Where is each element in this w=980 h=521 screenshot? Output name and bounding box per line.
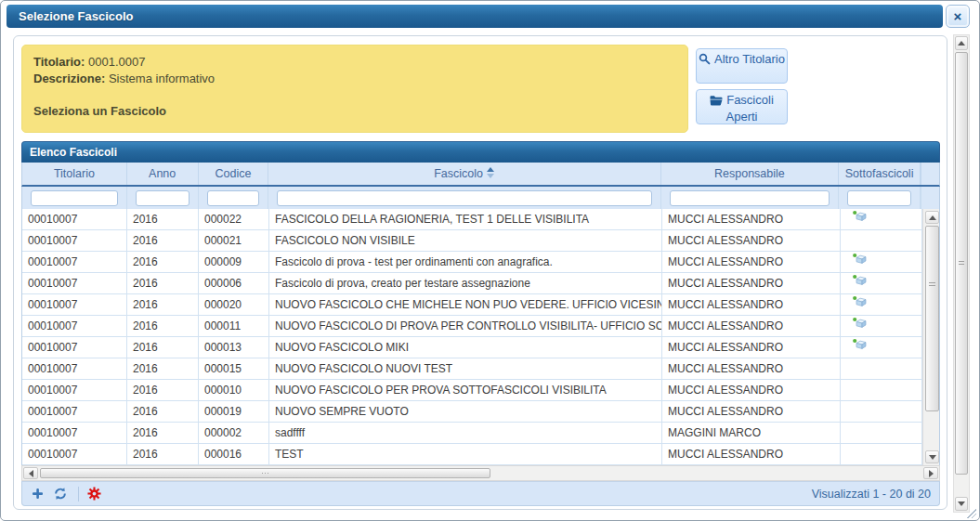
cell-codice: 000002: [199, 423, 269, 443]
cell-fascicolo: NUOVO SEMPRE VUOTO: [269, 401, 662, 422]
table-row[interactable]: 00010007 2016 000002 sadffff MAGGINI MAR…: [22, 423, 922, 444]
scroll-right-button[interactable]: [923, 467, 938, 479]
cell-responsabile: MUCCI ALESSANDRO: [662, 358, 841, 379]
table-row[interactable]: 00010007 2016 000006 Fascicolo di prova,…: [22, 273, 922, 294]
cell-codice: 000021: [199, 230, 269, 251]
table-row[interactable]: 00010007 2016 000022 FASCICOLO DELLA RAG…: [22, 209, 922, 230]
cell-fascicolo: NUOVO FASCICOLO PER PROVA SOTTOFASCICOLI…: [269, 380, 662, 400]
scroll-up-button[interactable]: [925, 211, 939, 224]
cell-responsabile: MUCCI ALESSANDRO: [662, 337, 841, 358]
cell-sottofascicoli: [841, 337, 922, 358]
cell-anno: 2016: [127, 252, 199, 272]
table-row[interactable]: 00010007 2016 000015 NUOVO FASCICOLO NUO…: [22, 358, 922, 380]
filter-fascicolo-input[interactable]: [277, 190, 651, 206]
dialog-scroll-up-button[interactable]: [955, 36, 968, 50]
dialog-vscroll-thumb[interactable]: [955, 52, 968, 475]
table-body: 00010007 2016 000022 FASCICOLO DELLA RAG…: [22, 209, 922, 465]
cell-titolario: 00010007: [22, 230, 127, 251]
table-row[interactable]: 00010007 2016 000021 FASCICOLO NON VISIB…: [22, 230, 922, 252]
cell-fascicolo: NUOVO FASCICOLO CHE MICHELE NON PUO VEDE…: [269, 294, 662, 315]
cell-titolario: 00010007: [22, 209, 127, 229]
sottofascicoli-open-icon[interactable]: [852, 277, 867, 290]
thumb-grip-icon: [262, 473, 268, 474]
content-panel: Titolario: 0001.0007 Descrizione: Sistem…: [13, 35, 947, 510]
column-header-codice[interactable]: Codice: [199, 163, 269, 185]
selezione-fascicolo-dialog: Selezione Fascicolo × Titolario: 0001.00…: [0, 0, 980, 521]
scroll-down-button[interactable]: [925, 450, 939, 463]
column-header-sottofascicoli[interactable]: Sottofascicoli: [839, 163, 921, 185]
filter-sottofascicoli-input[interactable]: [847, 190, 911, 206]
cell-fascicolo: NUOVO FASCICOLO MIKI: [269, 337, 662, 358]
sottofascicoli-open-icon[interactable]: [852, 255, 867, 268]
titolario-line: Titolario: 0001.0007: [33, 54, 676, 71]
sottofascicoli-open-icon[interactable]: [852, 319, 867, 332]
grid-horizontal-scrollbar[interactable]: [21, 465, 940, 481]
altro-titolario-button[interactable]: Altro Titolario: [696, 48, 788, 84]
settings-button[interactable]: [87, 487, 101, 501]
dialog-vertical-scrollbar[interactable]: [953, 34, 970, 513]
cell-anno: 2016: [127, 316, 199, 336]
filter-responsabile-input[interactable]: [670, 190, 830, 206]
cell-anno: 2016: [127, 444, 199, 464]
fascicoli-aperti-button[interactable]: Fascicoli Aperti: [696, 89, 788, 124]
cell-fascicolo: Fascicolo di prova - test per ordinament…: [269, 252, 662, 272]
column-header-fascicolo[interactable]: Fascicolo: [268, 163, 660, 185]
cell-titolario: 00010007: [22, 423, 127, 443]
table-row[interactable]: 00010007 2016 000011 NUOVO FASCICOLO DI …: [22, 316, 922, 337]
sottofascicoli-open-icon[interactable]: [852, 341, 867, 354]
cell-sottofascicoli: [841, 252, 922, 272]
cell-fascicolo: sadffff: [269, 423, 662, 443]
scroll-left-button[interactable]: [23, 467, 38, 479]
cell-fascicolo: NUOVO FASCICOLO DI PROVA PER CONTROLLO V…: [269, 316, 662, 336]
column-header-responsabile[interactable]: Responsabile: [661, 163, 840, 185]
cell-anno: 2016: [127, 294, 199, 315]
open-folder-icon: [710, 95, 723, 110]
scrollbar-header-spacer: [921, 163, 939, 185]
pager-status: Visualizzati 1 - 20 di 20: [812, 488, 931, 501]
table-row[interactable]: 00010007 2016 000009 Fascicolo di prova …: [22, 252, 922, 273]
cell-codice: 000011: [199, 316, 269, 336]
resize-grip[interactable]: [967, 509, 976, 518]
cell-codice: 000013: [199, 337, 269, 358]
table-row[interactable]: 00010007 2016 000010 NUOVO FASCICOLO PER…: [22, 380, 922, 401]
plus-icon: [31, 487, 45, 501]
cell-fascicolo: FASCICOLO NON VISIBILE: [269, 230, 662, 251]
add-record-button[interactable]: [31, 487, 45, 501]
table-row[interactable]: 00010007 2016 000020 NUOVO FASCICOLO CHE…: [22, 294, 922, 316]
grid-vertical-scrollbar[interactable]: [922, 209, 939, 465]
cell-titolario: 00010007: [22, 358, 127, 379]
table-row[interactable]: 00010007 2016 000016 TEST MUCCI ALESSAND…: [22, 444, 922, 465]
search-icon: [699, 53, 711, 69]
cell-responsabile: MUCCI ALESSANDRO: [662, 401, 841, 422]
filter-anno-input[interactable]: [136, 190, 189, 206]
dialog-titlebar[interactable]: Selezione Fascicolo: [7, 5, 943, 28]
filter-row: [21, 187, 940, 209]
table-row[interactable]: 00010007 2016 000013 NUOVO FASCICOLO MIK…: [22, 337, 922, 358]
triangle-up-icon: [958, 41, 965, 46]
grid-hscroll-thumb[interactable]: [40, 468, 490, 478]
sottofascicoli-open-icon[interactable]: [852, 298, 867, 311]
triangle-down-icon: [958, 501, 965, 506]
column-header-anno[interactable]: Anno: [127, 163, 199, 185]
sottofascicoli-open-icon[interactable]: [852, 213, 867, 226]
cell-titolario: 00010007: [22, 401, 127, 422]
filter-titolario-input[interactable]: [31, 190, 118, 206]
cell-responsabile: MUCCI ALESSANDRO: [662, 294, 841, 315]
close-button[interactable]: ×: [946, 5, 970, 28]
column-header-titolario[interactable]: Titolario: [22, 163, 127, 185]
cell-sottofascicoli: [841, 380, 922, 400]
refresh-button[interactable]: [53, 487, 68, 501]
cell-titolario: 00010007: [22, 380, 127, 400]
cell-sottofascicoli: [841, 273, 922, 293]
filter-codice-input[interactable]: [207, 190, 260, 206]
cell-sottofascicoli: [841, 294, 922, 315]
table-row[interactable]: 00010007 2016 000019 NUOVO SEMPRE VUOTO …: [22, 401, 922, 423]
grid-title-bar: Elenco Fascicoli: [21, 141, 940, 163]
cell-titolario: 00010007: [22, 444, 127, 464]
dialog-scroll-down-button[interactable]: [955, 497, 968, 511]
cell-anno: 2016: [127, 337, 199, 358]
close-icon: ×: [954, 8, 962, 24]
grid-vscroll-thumb[interactable]: [925, 226, 939, 411]
cell-codice: 000020: [199, 294, 269, 315]
cell-responsabile: MUCCI ALESSANDRO: [662, 209, 841, 229]
